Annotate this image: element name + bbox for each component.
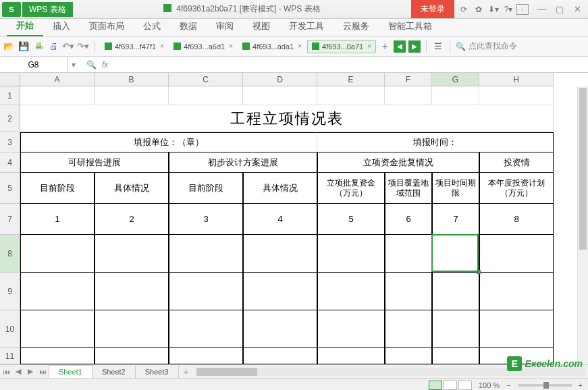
cell[interactable] (169, 310, 243, 348)
save-icon[interactable]: 💾 (18, 40, 30, 53)
cell[interactable] (479, 310, 554, 348)
col-header-H[interactable]: H (479, 73, 554, 86)
select-all-corner[interactable] (0, 73, 20, 86)
row-header-1[interactable]: 1 (0, 86, 20, 105)
sheet-tab-Sheet1[interactable]: Sheet1 (49, 365, 92, 378)
command-search[interactable]: 🔍 点此查找命令 (456, 40, 517, 52)
col-header-G[interactable]: G (432, 73, 479, 86)
sync-icon[interactable]: ⟳ (457, 3, 471, 16)
sheet-tab-Sheet3[interactable]: Sheet3 (136, 366, 179, 378)
menu-tab-8[interactable]: 云服务 (333, 17, 379, 36)
cell[interactable] (385, 86, 432, 105)
redo-icon[interactable]: ↷▾ (77, 40, 89, 53)
cell[interactable]: 初步设计方案进展 (169, 152, 317, 173)
menu-tab-6[interactable]: 视图 (243, 17, 279, 36)
cell[interactable]: 立项资金批复情况 (317, 152, 479, 173)
zoom-in-button[interactable]: + (579, 381, 583, 389)
cell[interactable] (20, 348, 95, 364)
menu-tab-3[interactable]: 公式 (134, 17, 170, 36)
cell[interactable] (317, 348, 385, 364)
cell[interactable]: 2 (95, 204, 169, 235)
sheet-prev-button[interactable]: ◀ (12, 367, 24, 376)
cell[interactable] (20, 86, 95, 105)
menu-tab-4[interactable]: 数据 (170, 17, 207, 36)
cell[interactable]: 本年度投资计划（万元） (479, 173, 554, 204)
fill-handle[interactable] (477, 270, 481, 274)
cell[interactable] (95, 86, 169, 105)
name-box[interactable]: G8 (0, 57, 68, 72)
row-header-11[interactable]: 11 (0, 348, 20, 364)
col-header-A[interactable]: A (20, 73, 95, 86)
fx-label[interactable]: fx (102, 60, 108, 69)
cell-grid[interactable]: 工程立项情况表填报单位：（章）填报时间：可研报告进展初步设计方案进展立项资金批复… (20, 86, 588, 364)
cell[interactable]: 填报单位：（章） (20, 132, 317, 152)
row-header-9[interactable]: 9 (0, 273, 20, 310)
cell[interactable] (317, 235, 385, 273)
cell[interactable] (95, 273, 169, 310)
cell[interactable] (385, 273, 432, 310)
cell[interactable] (432, 273, 479, 310)
close-icon[interactable]: × (160, 43, 164, 50)
tab-prev-button[interactable]: ◀ (394, 40, 406, 53)
cell[interactable] (20, 273, 95, 310)
cell[interactable] (169, 86, 243, 105)
col-header-B[interactable]: B (95, 73, 169, 86)
close-icon[interactable]: × (229, 43, 233, 50)
close-icon[interactable]: × (298, 43, 302, 50)
cell[interactable] (479, 235, 554, 273)
menu-tab-9[interactable]: 智能工具箱 (379, 17, 442, 36)
menu-tab-2[interactable]: 页面布局 (80, 17, 134, 36)
row-header-7[interactable]: 7 (0, 204, 20, 235)
cell[interactable] (169, 348, 243, 364)
formula-input[interactable] (115, 57, 588, 72)
help2-icon[interactable]: ?▾ (502, 3, 515, 16)
col-header-C[interactable]: C (169, 73, 243, 86)
cell[interactable]: 5 (317, 204, 385, 235)
row-header-2[interactable]: 2 (0, 105, 20, 132)
undo-icon[interactable]: ↶▾ (62, 40, 74, 53)
cell[interactable]: 目前阶段 (20, 173, 95, 204)
cell[interactable]: 8 (479, 204, 554, 235)
print-preview-icon[interactable]: 🖨 (47, 40, 59, 53)
cell[interactable]: 工程立项情况表 (20, 105, 554, 132)
row-header-5[interactable]: 5 (0, 173, 20, 204)
cell[interactable] (432, 348, 479, 364)
doc-tab-2[interactable]: 4f693...ada1× (238, 40, 306, 53)
cell[interactable]: 6 (385, 204, 432, 235)
cell[interactable] (20, 310, 95, 348)
scroll-thumb[interactable] (196, 368, 257, 376)
formula-search-icon[interactable]: 🔍 (86, 60, 97, 69)
cell[interactable]: 7 (432, 204, 479, 235)
cell[interactable]: 投资情 (479, 152, 554, 173)
zoom-label[interactable]: 100 % (479, 381, 500, 389)
cell[interactable] (169, 235, 243, 273)
cell[interactable]: 可研报告进展 (20, 152, 169, 173)
col-header-D[interactable]: D (243, 73, 317, 86)
cell[interactable]: 目前阶段 (169, 173, 243, 204)
cell[interactable] (385, 310, 432, 348)
view-break-button[interactable] (458, 381, 472, 390)
cell[interactable] (95, 310, 169, 348)
maximize-button[interactable]: ▢ (552, 2, 568, 17)
cell[interactable] (479, 273, 554, 310)
cell[interactable]: 项目时间期限 (432, 173, 479, 204)
login-button[interactable]: 未登录 (411, 0, 454, 18)
cell[interactable]: 项目覆盖地域范围 (385, 173, 432, 204)
cell[interactable]: 4 (243, 204, 317, 235)
row-header-10[interactable]: 10 (0, 310, 20, 348)
view-page-button[interactable] (444, 381, 457, 390)
cell[interactable]: 具体情况 (95, 173, 169, 204)
menu-tab-0[interactable]: 开始 (7, 16, 43, 36)
view-normal-button[interactable] (429, 381, 442, 390)
sheet-first-button[interactable]: ⏮ (0, 368, 12, 376)
add-tab-button[interactable]: + (379, 40, 391, 53)
cell[interactable] (243, 310, 317, 348)
sheet-next-button[interactable]: ▶ (24, 367, 36, 376)
cell[interactable] (243, 348, 317, 364)
cell[interactable] (317, 273, 385, 310)
doc-tab-3[interactable]: 4f693...0a71× (307, 40, 376, 53)
app-logo-icon[interactable]: S (2, 2, 21, 17)
download-icon[interactable]: ↓ (516, 4, 529, 15)
cell[interactable] (95, 235, 169, 273)
cell[interactable] (243, 86, 317, 105)
